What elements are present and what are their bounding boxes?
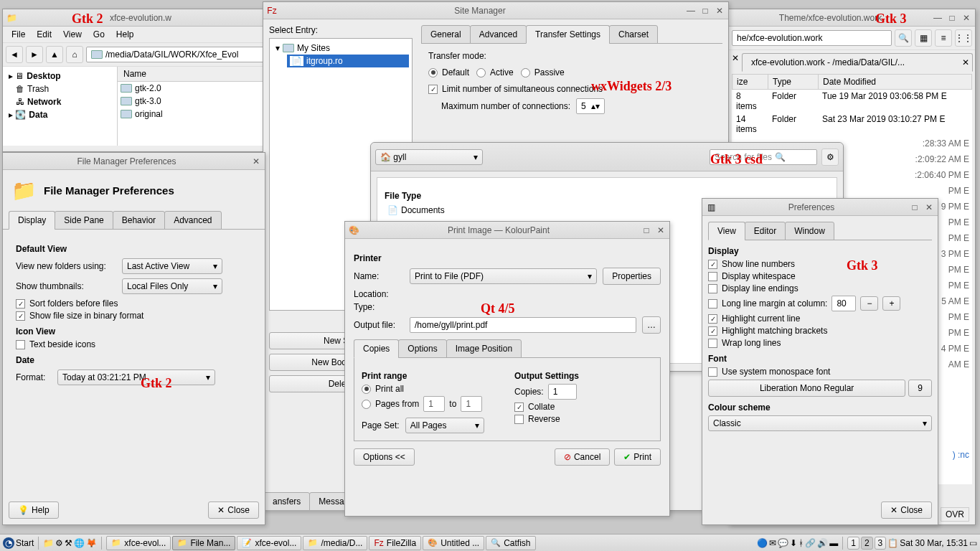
place-data[interactable]: ▸ 💽 Data: [6, 108, 114, 121]
check-reverse[interactable]: Reverse: [514, 414, 653, 424]
check-sort-folders[interactable]: ✓Sort folders before files: [16, 298, 252, 309]
close-icon[interactable]: ✕: [655, 225, 666, 236]
tray-volume-icon[interactable]: 🔊: [817, 538, 828, 548]
check-highlight-brackets[interactable]: ✓Highlight matching brackets: [708, 326, 932, 336]
col-modified[interactable]: Date Modified: [819, 75, 971, 89]
maximize-icon[interactable]: □: [641, 225, 652, 236]
place-trash[interactable]: 🗑 Trash: [6, 83, 114, 95]
help-button[interactable]: 💡 Help: [9, 501, 59, 519]
browse-button[interactable]: …: [642, 316, 661, 334]
close-icon[interactable]: ✕: [923, 202, 935, 213]
maximize-icon[interactable]: □: [699, 5, 711, 17]
show-desktop-icon[interactable]: ▭: [969, 538, 977, 548]
tab-advanced[interactable]: Advanced: [470, 25, 527, 44]
radio-pages-from[interactable]: Pages from to: [362, 396, 500, 412]
launcher-icon[interactable]: ⚒: [65, 538, 72, 548]
combo-page-set[interactable]: All Pages▾: [405, 418, 484, 433]
task-button[interactable]: 📁 xfce-evol...: [106, 536, 171, 550]
task-button[interactable]: Fz FileZilla: [369, 536, 421, 550]
location-combo[interactable]: 🏠 gyll▾: [375, 149, 483, 165]
options-button[interactable]: Options <<: [354, 448, 415, 466]
tab-display[interactable]: Display: [9, 211, 55, 230]
tab-window[interactable]: Window: [785, 222, 834, 240]
radio-passive[interactable]: Passive: [521, 67, 565, 77]
tab-behavior[interactable]: Behavior: [113, 211, 165, 230]
up-button[interactable]: ▲: [46, 46, 63, 63]
check-wrap[interactable]: Wrap long lines: [708, 338, 932, 348]
bottom-tab-transfers[interactable]: ansfers: [263, 492, 310, 511]
check-whitespace[interactable]: Display whitespace: [708, 271, 932, 281]
task-button[interactable]: 📝 xfce-evol...: [237, 536, 301, 550]
check-highlight-line[interactable]: ✓Highlight current line: [708, 314, 932, 324]
minimize-icon[interactable]: —: [685, 5, 697, 17]
output-file-input[interactable]: [410, 317, 636, 333]
combo-format[interactable]: Today at 03:21:21 PM▾: [57, 369, 215, 385]
combo-view-new[interactable]: Last Active View▾: [122, 258, 222, 274]
table-row[interactable]: 8 items Folder Tue 19 Mar 2019 03:06:58 …: [732, 90, 972, 113]
menu-go[interactable]: Go: [89, 28, 109, 41]
tray-mail-icon[interactable]: ✉: [769, 538, 776, 548]
launcher-icon[interactable]: 🦊: [86, 538, 97, 548]
check-binary-size[interactable]: ✓Show file size in binary format: [16, 311, 252, 321]
tab-general[interactable]: General: [421, 25, 471, 44]
folder-row[interactable]: gtk-3.0: [118, 95, 267, 108]
check-system-font[interactable]: Use system monospace font: [708, 367, 932, 377]
tree-mysites[interactable]: ▾ My Sites: [273, 42, 409, 55]
tray-update-icon[interactable]: ⬇: [790, 538, 797, 548]
menu-view[interactable]: View: [59, 28, 86, 41]
check-collate[interactable]: ✓Collate: [514, 402, 653, 412]
col-name[interactable]: Name: [118, 67, 267, 82]
tab-editor[interactable]: Editor: [745, 222, 786, 240]
workspace-3[interactable]: 3: [875, 537, 887, 550]
view-list-icon[interactable]: ≡: [935, 29, 952, 47]
max-conn-spinner[interactable]: 5▴▾: [576, 98, 605, 114]
launcher-icon[interactable]: ⚙: [55, 538, 63, 548]
combo-thumbnails[interactable]: Local Files Only▾: [122, 278, 222, 294]
close-icon[interactable]: ✕: [961, 12, 972, 24]
check-line-numbers[interactable]: ✓Show line numbers: [708, 259, 932, 269]
cancel-button[interactable]: ⊘ Cancel: [555, 448, 610, 466]
editor-tab[interactable]: xfce-evolution.work - /media/Data/GIL/..…: [742, 53, 973, 72]
tree-site-selected[interactable]: 📄 itgroup.ro: [287, 55, 409, 67]
properties-button[interactable]: Properties: [603, 268, 661, 285]
start-label[interactable]: Start: [16, 538, 34, 548]
task-button[interactable]: 📁 File Man...: [172, 536, 235, 550]
tray-battery-icon[interactable]: ▬: [829, 538, 838, 548]
col-size[interactable]: ize: [732, 75, 768, 89]
tab-close-icon[interactable]: ✕: [962, 57, 969, 67]
launcher-icon[interactable]: 📁: [43, 538, 54, 548]
tab-sidepane[interactable]: Side Pane: [55, 211, 113, 230]
check-line-endings[interactable]: Display line endings: [708, 283, 932, 293]
long-line-input[interactable]: [831, 296, 856, 311]
tray-notify-icon[interactable]: 💬: [778, 538, 788, 548]
tab-copies[interactable]: Copies: [354, 339, 399, 358]
radio-active[interactable]: Active: [476, 67, 514, 77]
clock[interactable]: Sat 30 Mar, 15:31: [900, 538, 968, 548]
tab-charset[interactable]: Charset: [609, 25, 658, 44]
radio-print-all[interactable]: Print all: [362, 384, 500, 394]
minimize-icon[interactable]: —: [932, 12, 943, 24]
tab-transfer[interactable]: Transfer Settings: [526, 25, 610, 44]
combo-printer[interactable]: Print to File (PDF)▾: [410, 268, 597, 284]
task-button[interactable]: 📁 /media/D...: [303, 536, 367, 550]
workspace-1[interactable]: 1: [847, 537, 859, 550]
tray-skype-icon[interactable]: 🔵: [757, 538, 768, 548]
close-icon[interactable]: ✕: [250, 156, 262, 167]
workspace-2[interactable]: 2: [861, 537, 873, 550]
home-button[interactable]: ⌂: [66, 46, 83, 63]
start-icon[interactable]: ◔: [3, 537, 14, 549]
copies-spinner[interactable]: [548, 384, 577, 400]
close-button[interactable]: ✕ Close: [881, 501, 932, 519]
tab-options[interactable]: Options: [398, 339, 446, 358]
maximize-icon[interactable]: □: [946, 12, 958, 24]
tab-advanced[interactable]: Advanced: [164, 211, 221, 230]
check-text-beside[interactable]: Text beside icons: [16, 339, 252, 349]
tray-bluetooth-icon[interactable]: ᚼ: [798, 538, 804, 548]
menu-edit[interactable]: Edit: [32, 28, 56, 41]
table-row[interactable]: 14 items Folder Sat 23 Mar 2019 03:10:27…: [732, 113, 972, 136]
tab-view[interactable]: View: [708, 222, 745, 240]
close-icon[interactable]: ✕: [714, 5, 725, 17]
folder-row[interactable]: gtk-2.0: [118, 82, 267, 95]
check-long-line[interactable]: Long line margin at column: − +: [708, 296, 932, 311]
font-size-button[interactable]: 9: [908, 380, 932, 397]
